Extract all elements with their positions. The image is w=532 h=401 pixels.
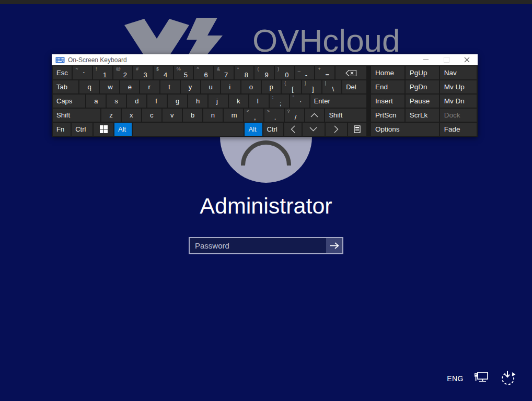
maximize-button[interactable]: [443, 56, 449, 64]
key-home[interactable]: Home: [371, 66, 404, 79]
key-q[interactable]: q: [79, 80, 99, 93]
key-l[interactable]: l: [249, 95, 269, 108]
key-b[interactable]: b: [183, 109, 202, 122]
key-z[interactable]: z: [101, 109, 121, 122]
key-semicolon[interactable]: :;: [270, 95, 289, 108]
key-k[interactable]: k: [229, 95, 248, 108]
key-shift-left[interactable]: Shift: [53, 109, 100, 122]
key-v[interactable]: v: [163, 109, 182, 122]
key-pgup[interactable]: PgUp: [406, 66, 439, 79]
key-x[interactable]: x: [122, 109, 141, 122]
key-win[interactable]: [94, 123, 113, 136]
key-label: Caps: [53, 97, 72, 105]
key-o[interactable]: o: [241, 80, 261, 93]
key-ctrl-left[interactable]: Ctrl: [72, 123, 92, 136]
key-comma[interactable]: <,: [244, 109, 263, 122]
key-main-char: ;: [280, 100, 282, 107]
key-6[interactable]: ^6: [194, 66, 213, 79]
key-shift-char: }: [305, 81, 306, 86]
key-label: i: [221, 83, 230, 91]
key-esc[interactable]: Esc: [53, 66, 72, 79]
key-options[interactable]: Options: [371, 123, 439, 136]
key-dock[interactable]: Dock: [440, 109, 477, 122]
key-pgdn[interactable]: PgDn: [406, 80, 439, 93]
key-label: Dock: [440, 111, 460, 119]
key-quote[interactable]: "': [290, 95, 309, 108]
key-shift-right[interactable]: Shift: [325, 109, 366, 122]
key-n[interactable]: n: [203, 109, 223, 122]
key-3[interactable]: #3: [133, 66, 153, 79]
power-update-icon[interactable]: [499, 370, 516, 387]
key-end[interactable]: End: [371, 80, 404, 93]
key-mvdn[interactable]: Mv Dn: [440, 95, 477, 108]
key-i[interactable]: i: [221, 80, 240, 93]
key-left[interactable]: [284, 123, 302, 136]
key-8[interactable]: *8: [235, 66, 254, 79]
key-nav[interactable]: Nav: [440, 66, 477, 79]
key-label: e: [120, 83, 132, 91]
key-tab[interactable]: Tab: [53, 80, 78, 93]
key-insert[interactable]: Insert: [371, 95, 404, 108]
key-c[interactable]: c: [142, 109, 161, 122]
key-alt-right[interactable]: Alt: [245, 123, 262, 136]
password-input[interactable]: [190, 238, 326, 253]
key-caps[interactable]: Caps: [53, 95, 85, 108]
key-4[interactable]: $4: [154, 66, 173, 79]
key-u[interactable]: u: [201, 80, 221, 93]
network-icon[interactable]: [473, 371, 489, 386]
key-0[interactable]: )0: [275, 66, 294, 79]
key-space[interactable]: [133, 123, 244, 136]
key-backslash[interactable]: |\: [322, 80, 342, 93]
key-e[interactable]: e: [120, 80, 140, 93]
key-w[interactable]: w: [100, 80, 119, 93]
key-grave[interactable]: ~`: [73, 66, 92, 79]
key-y[interactable]: y: [181, 80, 200, 93]
key-7[interactable]: &7: [214, 66, 234, 79]
key-backspace[interactable]: [336, 66, 366, 79]
key-up[interactable]: [305, 109, 325, 122]
key-del[interactable]: Del: [342, 80, 366, 93]
key-pause[interactable]: Pause: [406, 95, 439, 108]
key-fn[interactable]: Fn: [53, 123, 71, 136]
key-a[interactable]: a: [86, 95, 106, 108]
key-9[interactable]: (9: [255, 66, 274, 79]
key-slash[interactable]: ?/: [285, 109, 304, 122]
key-right[interactable]: [326, 123, 347, 136]
key-ctrl-right[interactable]: Ctrl: [263, 123, 284, 136]
key-2[interactable]: @2: [113, 66, 133, 79]
key-m[interactable]: m: [224, 109, 243, 122]
key-down[interactable]: [303, 123, 324, 136]
key-1[interactable]: !1: [93, 66, 112, 79]
key-alt-left[interactable]: Alt: [114, 123, 132, 136]
key-label: r: [140, 83, 150, 91]
language-indicator[interactable]: ENG: [447, 374, 464, 383]
key-lbracket[interactable]: {[: [282, 80, 301, 93]
key-scrlk[interactable]: ScrLk: [406, 109, 439, 122]
key-enter[interactable]: Enter: [310, 95, 366, 108]
key-t[interactable]: t: [160, 80, 180, 93]
key-g[interactable]: g: [168, 95, 187, 108]
key-period[interactable]: >.: [264, 109, 284, 122]
key-rbracket[interactable]: }]: [302, 80, 321, 93]
key-equals[interactable]: +=: [315, 66, 334, 79]
key-d[interactable]: d: [127, 95, 146, 108]
key-5[interactable]: %5: [174, 66, 193, 79]
key-label: Esc: [53, 69, 68, 77]
password-submit-button[interactable]: [326, 238, 342, 253]
key-label: Alt: [114, 125, 126, 133]
osk-titlebar[interactable]: On-Screen Keyboard: [52, 54, 478, 65]
key-minus[interactable]: _-: [295, 66, 315, 79]
key-j[interactable]: j: [209, 95, 228, 108]
key-s[interactable]: s: [107, 95, 126, 108]
key-p[interactable]: p: [262, 80, 281, 93]
key-mvup[interactable]: Mv Up: [440, 80, 477, 93]
key-menu[interactable]: [348, 123, 366, 136]
key-prtscn[interactable]: PrtScn: [371, 109, 404, 122]
key-f[interactable]: f: [147, 95, 167, 108]
key-fade[interactable]: Fade: [440, 123, 477, 136]
key-h[interactable]: h: [188, 95, 207, 108]
minimize-button[interactable]: [423, 56, 429, 64]
close-button[interactable]: [464, 56, 470, 64]
key-main-char: 7: [224, 72, 228, 78]
key-r[interactable]: r: [140, 80, 159, 93]
